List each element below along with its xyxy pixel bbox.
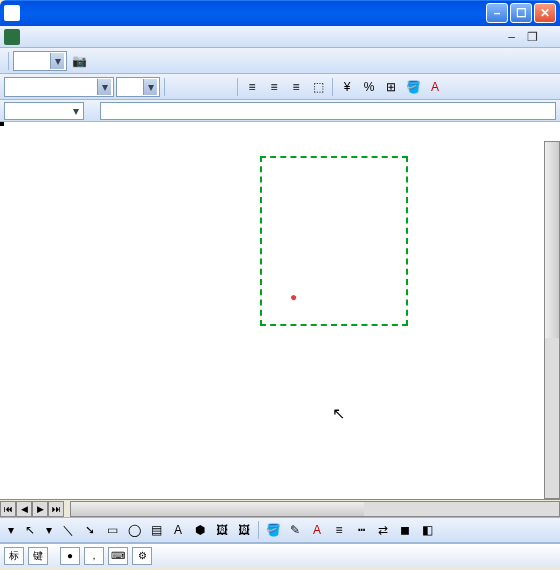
- standard-toolbar: ▾ 📷: [0, 48, 560, 74]
- ime-bar: 标 键 ● ， ⌨ ⚙: [0, 543, 560, 567]
- wordart-button[interactable]: A: [168, 520, 188, 540]
- fill-button[interactable]: 🪣: [263, 520, 283, 540]
- italic-button[interactable]: [191, 77, 211, 97]
- maximize-button[interactable]: ☐: [510, 3, 532, 23]
- text-box[interactable]: [260, 156, 408, 326]
- minimize-button[interactable]: –: [486, 3, 508, 23]
- tab-nav-last[interactable]: ⏭: [48, 501, 64, 517]
- horizontal-scrollbar[interactable]: [70, 501, 560, 517]
- font-size-dropdown[interactable]: ▾: [116, 77, 160, 97]
- currency-button[interactable]: ¥: [337, 77, 357, 97]
- select-objects-button[interactable]: ↖: [20, 520, 40, 540]
- tab-nav-first[interactable]: ⏮: [0, 501, 16, 517]
- name-box[interactable]: ▾: [4, 102, 84, 120]
- formula-bar: ▾: [0, 100, 560, 122]
- mdi-restore[interactable]: ❐: [521, 30, 544, 44]
- line-color-button[interactable]: ✎: [285, 520, 305, 540]
- formatting-toolbar: ▾ ▾ ≡ ≡ ≡ ⬚ ¥ % ⊞ 🪣 A: [0, 74, 560, 100]
- rectangle-button[interactable]: ▭: [102, 520, 122, 540]
- 3d-button[interactable]: ◧: [417, 520, 437, 540]
- borders-button[interactable]: ⊞: [381, 77, 401, 97]
- clipart-button[interactable]: 🖼: [212, 520, 232, 540]
- draw-menu[interactable]: ▾: [4, 523, 18, 537]
- title-bar: – ☐ ✕: [0, 0, 560, 26]
- close-button[interactable]: ✕: [534, 3, 556, 23]
- ime-lang-icon[interactable]: 键: [28, 547, 48, 565]
- control-menu-icon[interactable]: [4, 29, 20, 45]
- app-icon: [4, 5, 20, 21]
- ime-punct-icon[interactable]: ，: [84, 547, 104, 565]
- delete-button[interactable]: [91, 51, 97, 71]
- ime-softkbd-icon[interactable]: ⌨: [108, 547, 128, 565]
- arrow-style-button[interactable]: ⇄: [373, 520, 393, 540]
- drawing-toolbar: ▾ ↖ ▾ ＼ ➘ ▭ ◯ ▤ A ⬢ 🖼 🖼 🪣 ✎ A ≡ ┅ ⇄ ◼ ◧: [0, 517, 560, 543]
- oval-button[interactable]: ◯: [124, 520, 144, 540]
- toolbar-icon[interactable]: 📷: [69, 51, 89, 71]
- arrow-button[interactable]: ➘: [80, 520, 100, 540]
- autoshapes-menu[interactable]: ▾: [42, 523, 56, 537]
- font-color-button2[interactable]: A: [307, 520, 327, 540]
- bold-button[interactable]: [169, 77, 189, 97]
- font-dropdown[interactable]: ▾: [4, 77, 114, 97]
- underline-button[interactable]: [213, 77, 233, 97]
- picture-button[interactable]: 🖼: [234, 520, 254, 540]
- fill-color-button[interactable]: 🪣: [403, 77, 423, 97]
- active-cell-border: [0, 122, 4, 126]
- font-color-button[interactable]: A: [425, 77, 445, 97]
- mouse-cursor-icon: ↖: [332, 404, 345, 423]
- diagram-button[interactable]: ⬢: [190, 520, 210, 540]
- merge-button[interactable]: ⬚: [308, 77, 328, 97]
- ime-setting-icon[interactable]: ⚙: [132, 547, 152, 565]
- zoom-dropdown[interactable]: ▾: [13, 51, 67, 71]
- ime-shape-icon[interactable]: ●: [60, 547, 80, 565]
- tab-nav-prev[interactable]: ◀: [16, 501, 32, 517]
- mdi-minimize[interactable]: –: [502, 30, 521, 44]
- ime-toggle-icon[interactable]: 标: [4, 547, 24, 565]
- line-style-button[interactable]: ≡: [329, 520, 349, 540]
- sheet-tab-bar: ⏮ ◀ ▶ ⏭: [0, 499, 560, 517]
- menu-bar: – ❐: [0, 26, 560, 48]
- align-left-button[interactable]: ≡: [242, 77, 262, 97]
- align-center-button[interactable]: ≡: [264, 77, 284, 97]
- align-right-button[interactable]: ≡: [286, 77, 306, 97]
- textbox-button[interactable]: ▤: [146, 520, 166, 540]
- shadow-button[interactable]: ◼: [395, 520, 415, 540]
- percent-button[interactable]: %: [359, 77, 379, 97]
- vertical-scrollbar[interactable]: [544, 141, 560, 499]
- tab-nav-next[interactable]: ▶: [32, 501, 48, 517]
- watermark: ●: [290, 288, 297, 304]
- dash-style-button[interactable]: ┅: [351, 520, 371, 540]
- line-button[interactable]: ＼: [58, 520, 78, 540]
- worksheet-area: ● ↖ ⏮ ◀ ▶ ⏭: [0, 122, 560, 517]
- formula-input[interactable]: [100, 102, 556, 120]
